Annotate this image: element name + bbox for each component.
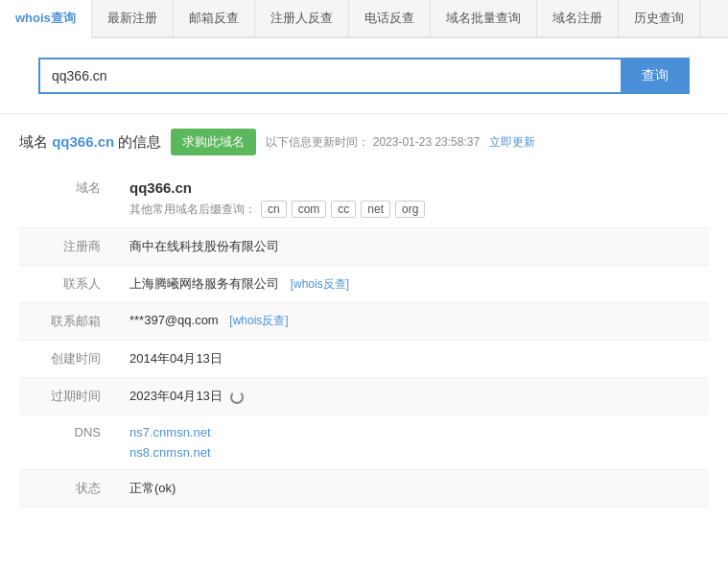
suffix-tag-cc[interactable]: cc	[331, 201, 356, 218]
suffix-tag-com[interactable]: com	[292, 201, 327, 218]
domain-header-name: qq366.cn	[52, 133, 114, 150]
row-label-dns: DNS	[19, 415, 115, 470]
info-table: 域名 qq366.cn 其他常用域名后缀查询： cn com cc net or…	[19, 170, 709, 508]
table-row: 状态 正常(ok)	[19, 470, 709, 508]
tab-batch-query[interactable]: 域名批量查询	[431, 0, 537, 36]
row-label-domain: 域名	[19, 170, 115, 228]
dns-value-2[interactable]: ns8.cnmsn.net	[129, 445, 694, 460]
table-row: 联系邮箱 ***397@qq.com [whois反查]	[19, 303, 709, 341]
contact-whois-link[interactable]: [whois反查]	[291, 277, 349, 291]
suffix-tag-cn[interactable]: cn	[261, 201, 287, 218]
domain-header-suffix: 的信息	[118, 133, 161, 150]
tab-email-lookup[interactable]: 邮箱反查	[174, 0, 255, 36]
nav-tabs: whois查询 最新注册 邮箱反查 注册人反查 电话反查 域名批量查询 域名注册…	[0, 0, 728, 38]
email-value: ***397@qq.com	[129, 313, 219, 327]
tab-phone-lookup[interactable]: 电话反查	[349, 0, 431, 36]
table-row: 联系人 上海腾曦网络服务有限公司 [whois反查]	[19, 266, 709, 303]
row-value-registrar: 商中在线科技股份有限公司	[115, 228, 709, 266]
row-label-status: 状态	[19, 470, 115, 508]
table-row: DNS ns7.cnmsn.net ns8.cnmsn.net	[19, 415, 709, 470]
row-label-created: 创建时间	[19, 341, 115, 378]
suffix-tag-org[interactable]: org	[395, 201, 425, 218]
search-box: qq366.cn 查询	[38, 58, 690, 94]
row-label-registrar: 注册商	[19, 228, 115, 266]
table-row: 域名 qq366.cn 其他常用域名后缀查询： cn com cc net or…	[19, 170, 709, 228]
suffix-tags: 其他常用域名后缀查询： cn com cc net org	[129, 201, 694, 218]
domain-header-prefix: 域名	[19, 133, 48, 150]
table-row: 过期时间 2023年04月13日	[19, 378, 709, 415]
suffix-tag-net[interactable]: net	[361, 201, 390, 218]
row-label-email: 联系邮箱	[19, 303, 115, 341]
email-whois-link[interactable]: [whois反查]	[229, 314, 288, 327]
expiry-value: 2023年04月13日	[129, 389, 223, 403]
buy-domain-button[interactable]: 求购此域名	[171, 129, 256, 155]
domain-header-title: 域名 qq366.cn 的信息	[19, 133, 161, 152]
suffix-tags-label: 其他常用域名后缀查询：	[129, 202, 256, 218]
row-value-contact: 上海腾曦网络服务有限公司 [whois反查]	[115, 266, 709, 303]
tab-latest-reg[interactable]: 最新注册	[92, 0, 174, 36]
update-time-label: 以下信息更新时间： 2023-01-23 23:58:37	[266, 134, 480, 151]
row-value-expiry: 2023年04月13日	[115, 378, 709, 415]
row-label-contact: 联系人	[19, 266, 115, 303]
tab-domain-reg[interactable]: 域名注册	[537, 0, 619, 36]
search-input[interactable]: qq366.cn	[38, 58, 621, 94]
search-area: qq366.cn 查询	[0, 38, 728, 114]
search-button[interactable]: 查询	[621, 58, 690, 94]
update-now-link[interactable]: 立即更新	[489, 134, 535, 151]
tab-whois[interactable]: whois查询	[0, 0, 92, 38]
row-value-created: 2014年04月13日	[115, 341, 709, 378]
table-row: 创建时间 2014年04月13日	[19, 341, 709, 378]
row-value-status: 正常(ok)	[115, 470, 709, 508]
domain-info-section: 域名 qq366.cn 的信息 求购此域名 以下信息更新时间： 2023-01-…	[0, 114, 728, 508]
tab-registrant-lookup[interactable]: 注册人反查	[255, 0, 349, 36]
table-row: 注册商 商中在线科技股份有限公司	[19, 228, 709, 266]
row-value-dns: ns7.cnmsn.net ns8.cnmsn.net	[115, 415, 709, 470]
refresh-icon[interactable]	[230, 391, 244, 404]
domain-value: qq366.cn	[129, 179, 694, 196]
row-value-email: ***397@qq.com [whois反查]	[115, 303, 709, 341]
domain-header: 域名 qq366.cn 的信息 求购此域名 以下信息更新时间： 2023-01-…	[19, 129, 709, 155]
row-value-domain: qq366.cn 其他常用域名后缀查询： cn com cc net org	[115, 170, 709, 228]
dns-value-1[interactable]: ns7.cnmsn.net	[129, 425, 694, 439]
tab-history[interactable]: 历史查询	[619, 0, 700, 36]
contact-value: 上海腾曦网络服务有限公司	[129, 276, 279, 291]
row-label-expiry: 过期时间	[19, 378, 115, 415]
